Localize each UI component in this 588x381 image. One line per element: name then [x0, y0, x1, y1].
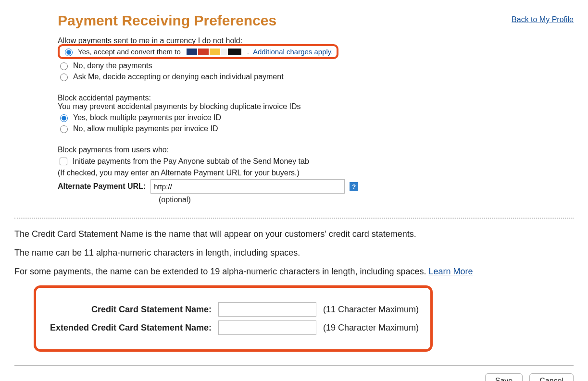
- button-row: Save Cancel: [14, 373, 574, 381]
- cc-desc-p1: The Credit Card Statement Name is the na…: [14, 229, 574, 239]
- currency-no-label: No, deny the payments: [73, 61, 152, 70]
- block-users-title: Block payments from users who:: [58, 146, 548, 154]
- cc-name-label: Credit Card Statement Name:: [48, 305, 212, 315]
- cc-desc-p2: The name can be 11 alpha-numeric charact…: [14, 248, 574, 258]
- accidental-title: Block accidental payments:: [58, 94, 548, 102]
- additional-charges-link[interactable]: Additional charges apply.: [253, 48, 333, 56]
- learn-more-link[interactable]: Learn More: [429, 267, 473, 276]
- currency-no-radio[interactable]: [60, 62, 68, 70]
- help-icon[interactable]: ?: [350, 182, 358, 191]
- accidental-yes-radio[interactable]: [60, 114, 68, 122]
- alternate-url-optional: (optional): [159, 196, 548, 204]
- accidental-no-radio[interactable]: [60, 125, 68, 133]
- cc-ext-name-note: (19 Character Maximum): [323, 323, 419, 333]
- cc-description: The Credit Card Statement Name is the na…: [14, 229, 574, 277]
- divider-solid: [14, 365, 574, 366]
- highlight-currency-option: Yes, accept and convert them to . Additi…: [58, 44, 338, 59]
- block-pay-anyone-label: Initiate payments from the Pay Anyone su…: [73, 157, 309, 166]
- currency-ask-label: Ask Me, decide accepting or denying each…: [73, 73, 284, 81]
- accidental-no-label: No, allow multiple payments per invoice …: [73, 124, 218, 133]
- currency-yes-radio[interactable]: [65, 49, 73, 56]
- divider-dotted: [14, 218, 574, 219]
- currency-ask-radio[interactable]: [60, 74, 68, 81]
- cc-desc-p3: For some payments, the name can be exten…: [14, 267, 574, 277]
- cc-ext-name-input[interactable]: [218, 320, 316, 335]
- cc-ext-name-label: Extended Credit Card Statement Name:: [48, 323, 212, 333]
- header: Payment Receiving Preferences Back to My…: [14, 10, 574, 35]
- block-pay-anyone-checkbox[interactable]: [60, 158, 67, 165]
- block-users-hint: (If checked, you may enter an Alternate …: [58, 169, 548, 177]
- cc-name-input[interactable]: [218, 302, 316, 317]
- redacted-currency: [187, 49, 241, 55]
- cc-name-note: (11 Character Maximum): [323, 305, 419, 315]
- cc-desc-p3-text: For some payments, the name can be exten…: [14, 267, 429, 276]
- cancel-button[interactable]: Cancel: [529, 373, 574, 381]
- page-title: Payment Receiving Preferences: [58, 12, 276, 29]
- currency-yes-label: Yes, accept and convert them to: [78, 48, 181, 56]
- save-button[interactable]: Save: [485, 373, 523, 381]
- alternate-url-input[interactable]: [150, 179, 345, 194]
- highlight-cc-fields: Credit Card Statement Name: (11 Characte…: [34, 285, 433, 352]
- currency-section: Allow payments sent to me in a currency …: [58, 37, 548, 204]
- page: Payment Receiving Preferences Back to My…: [0, 0, 588, 381]
- back-to-profile-link[interactable]: Back to My Profile: [512, 15, 574, 24]
- alternate-url-label: Alternate Payment URL:: [58, 182, 146, 191]
- alternate-url-row: Alternate Payment URL: ?: [58, 179, 548, 194]
- accidental-yes-label: Yes, block multiple payments per invoice…: [73, 113, 221, 122]
- accidental-subtitle: You may prevent accidental payments by b…: [58, 102, 548, 111]
